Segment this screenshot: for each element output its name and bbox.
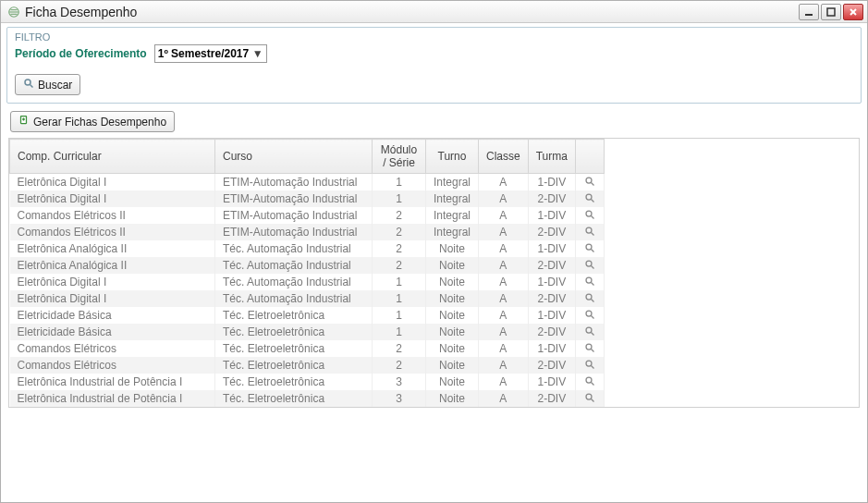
cell-action xyxy=(575,390,604,407)
cell-action xyxy=(575,340,604,357)
table-row[interactable]: Eletricidade BásicaTéc. Eletroeletrônica… xyxy=(10,324,605,340)
period-label: Período de Oferecimento xyxy=(15,47,147,60)
cell-comp-curricular: Eletrônica Digital I xyxy=(10,290,215,307)
buscar-button-label: Buscar xyxy=(38,79,72,92)
cell-turno: Noite xyxy=(426,390,479,407)
svg-point-5 xyxy=(25,80,31,85)
header-modulo-serie[interactable]: Módulo / Série xyxy=(373,140,426,174)
gerar-row: Gerar Fichas Desempenho xyxy=(6,109,862,138)
table-row[interactable]: Eletrônica Digital IETIM-Automação Indus… xyxy=(10,190,605,207)
results-table: Comp. Curricular Curso Módulo / Série Tu… xyxy=(9,139,605,407)
cell-turno: Integral xyxy=(426,224,479,240)
cell-modulo: 1 xyxy=(373,274,426,290)
magnifier-icon[interactable] xyxy=(583,391,596,404)
magnifier-icon[interactable] xyxy=(583,291,596,304)
cell-turno: Noite xyxy=(426,307,479,324)
magnifier-icon[interactable] xyxy=(583,358,596,371)
table-row[interactable]: Comandos Elétricos IIETIM-Automação Indu… xyxy=(10,207,605,224)
cell-action xyxy=(575,224,604,240)
header-turno[interactable]: Turno xyxy=(426,140,479,174)
cell-turno: Noite xyxy=(426,257,479,274)
table-row[interactable]: Eletrônica Digital ITéc. Automação Indus… xyxy=(10,290,605,307)
table-row[interactable]: Eletricidade BásicaTéc. Eletroeletrônica… xyxy=(10,307,605,324)
table-header-row: Comp. Curricular Curso Módulo / Série Tu… xyxy=(10,140,605,174)
cell-comp-curricular: Eletrônica Analógica II xyxy=(10,240,215,257)
cell-action xyxy=(575,290,604,307)
cell-comp-curricular: Eletrônica Digital I xyxy=(10,274,215,290)
cell-modulo: 3 xyxy=(373,390,426,407)
cell-turma: 2-DIV xyxy=(528,190,575,207)
svg-line-27 xyxy=(591,316,593,319)
header-comp-curricular[interactable]: Comp. Curricular xyxy=(10,140,215,174)
svg-point-16 xyxy=(586,227,592,233)
magnifier-icon[interactable] xyxy=(583,308,596,321)
cell-action xyxy=(575,307,604,324)
table-row[interactable]: Eletrônica Industrial de Potência ITéc. … xyxy=(10,390,605,407)
svg-point-20 xyxy=(586,261,592,266)
magnifier-icon[interactable] xyxy=(583,374,596,387)
cell-turma: 1-DIV xyxy=(528,340,575,357)
magnifier-icon[interactable] xyxy=(583,275,596,288)
table-row[interactable]: Eletrônica Analógica IITéc. Automação In… xyxy=(10,257,605,274)
magnifier-icon[interactable] xyxy=(583,208,596,221)
header-turma[interactable]: Turma xyxy=(528,140,575,174)
magnifier-icon[interactable] xyxy=(583,175,596,188)
cell-curso: Téc. Automação Industrial xyxy=(215,257,373,274)
cell-classe: A xyxy=(479,357,529,374)
maximize-button[interactable] xyxy=(821,4,841,20)
cell-modulo: 2 xyxy=(373,240,426,257)
cell-turma: 1-DIV xyxy=(528,174,575,191)
svg-point-26 xyxy=(586,311,592,316)
table-row[interactable]: Eletrônica Analógica IITéc. Automação In… xyxy=(10,240,605,257)
magnifier-icon[interactable] xyxy=(583,258,596,271)
cell-turno: Noite xyxy=(426,340,479,357)
cell-turma: 2-DIV xyxy=(528,390,575,407)
magnifier-icon[interactable] xyxy=(583,341,596,354)
table-row[interactable]: Comandos ElétricosTéc. Eletroeletrônica2… xyxy=(10,340,605,357)
cell-action xyxy=(575,324,604,340)
cell-comp-curricular: Eletrônica Industrial de Potência I xyxy=(10,374,215,390)
svg-line-15 xyxy=(591,216,593,219)
cell-turma: 2-DIV xyxy=(528,324,575,340)
cell-action xyxy=(575,374,604,390)
buscar-button[interactable]: Buscar xyxy=(15,74,80,95)
svg-line-33 xyxy=(591,366,593,369)
svg-line-13 xyxy=(591,200,593,202)
header-classe[interactable]: Classe xyxy=(479,140,529,174)
cell-modulo: 1 xyxy=(373,290,426,307)
cell-comp-curricular: Eletrônica Digital I xyxy=(10,190,215,207)
cell-modulo: 2 xyxy=(373,207,426,224)
gerar-fichas-button[interactable]: Gerar Fichas Desempenho xyxy=(10,111,175,132)
cell-comp-curricular: Eletrônica Analógica II xyxy=(10,257,215,274)
cell-turno: Integral xyxy=(426,174,479,191)
period-select[interactable]: 1º Semestre/2017 xyxy=(154,44,267,63)
cell-comp-curricular: Comandos Elétricos II xyxy=(10,207,215,224)
table-row[interactable]: Eletrônica Digital IETIM-Automação Indus… xyxy=(10,174,605,191)
cell-comp-curricular: Comandos Elétricos xyxy=(10,357,215,374)
table-row[interactable]: Comandos ElétricosTéc. Eletroeletrônica2… xyxy=(10,357,605,374)
cell-curso: Téc. Eletroeletrônica xyxy=(215,374,373,390)
magnifier-icon[interactable] xyxy=(583,241,596,254)
magnifier-icon[interactable] xyxy=(583,325,596,337)
cell-modulo: 3 xyxy=(373,374,426,390)
close-button[interactable] xyxy=(843,4,863,20)
cell-action xyxy=(575,207,604,224)
header-action xyxy=(575,140,604,174)
cell-turno: Integral xyxy=(426,190,479,207)
cell-comp-curricular: Eletricidade Básica xyxy=(10,324,215,340)
window-title: Ficha Desempenho xyxy=(25,5,799,19)
table-row[interactable]: Eletrônica Industrial de Potência ITéc. … xyxy=(10,374,605,390)
svg-point-32 xyxy=(586,361,592,366)
cell-classe: A xyxy=(479,340,529,357)
magnifier-icon[interactable] xyxy=(583,191,596,204)
svg-point-18 xyxy=(586,244,592,250)
table-row[interactable]: Comandos Elétricos IIETIM-Automação Indu… xyxy=(10,224,605,240)
table-row[interactable]: Eletrônica Digital ITéc. Automação Indus… xyxy=(10,274,605,290)
magnifier-icon[interactable] xyxy=(583,225,596,238)
cell-curso: Téc. Eletroeletrônica xyxy=(215,390,373,407)
svg-point-10 xyxy=(586,178,592,183)
header-curso[interactable]: Curso xyxy=(215,140,373,174)
cell-comp-curricular: Eletrônica Digital I xyxy=(10,174,215,191)
cell-modulo: 1 xyxy=(373,307,426,324)
minimize-button[interactable] xyxy=(799,4,819,20)
